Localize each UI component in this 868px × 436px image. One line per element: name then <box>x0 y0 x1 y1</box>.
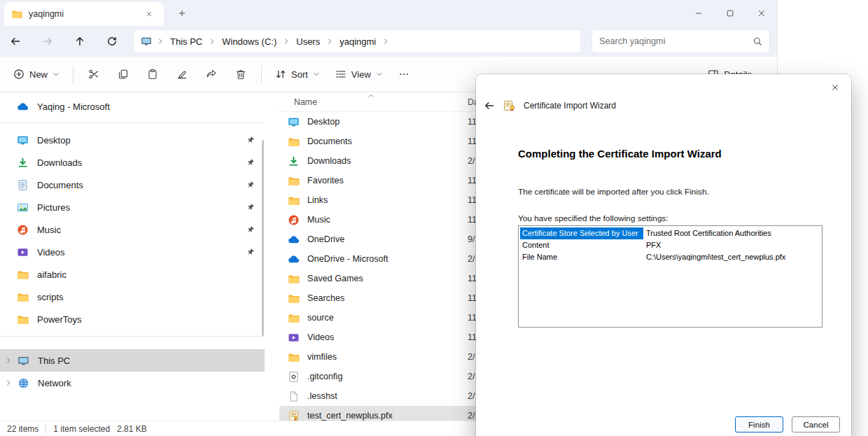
close-window-button[interactable] <box>746 0 777 26</box>
folder-icon <box>17 269 29 281</box>
settings-key: File Name <box>520 251 643 263</box>
folder-icon <box>11 8 22 20</box>
pictures-icon <box>17 202 29 213</box>
pin-icon <box>246 225 255 234</box>
sidebar-item-this-pc[interactable]: This PC <box>0 349 265 372</box>
forward-icon <box>42 36 53 47</box>
refresh-nav-button[interactable] <box>99 29 125 53</box>
maximize-window-button[interactable] <box>714 0 746 26</box>
sidebar-item-desktop[interactable]: Desktop <box>0 129 265 151</box>
folder-icon <box>288 136 300 148</box>
up-icon <box>74 36 85 47</box>
see-more-button[interactable] <box>391 62 417 86</box>
forward-nav-button[interactable] <box>35 29 60 53</box>
delete-button[interactable] <box>226 62 255 86</box>
sidebar-scrollbar[interactable] <box>262 140 264 336</box>
more-icon <box>398 69 410 80</box>
sidebar-item-videos[interactable]: Videos <box>0 241 265 263</box>
music-icon <box>288 214 300 226</box>
sidebar-item-onedrive[interactable]: Yaqing - Microsoft <box>0 96 265 117</box>
back-nav-button[interactable] <box>3 29 28 53</box>
settings-row[interactable]: File NameC:\Users\yaqingmi\test_cert_new… <box>520 251 820 263</box>
this-pc-icon <box>141 36 152 47</box>
folder-icon <box>288 175 300 187</box>
sidebar-item-downloads[interactable]: Downloads <box>0 151 265 174</box>
folder-icon <box>288 312 300 324</box>
settings-key: Certificate Store Selected by User <box>520 227 643 239</box>
cancel-button[interactable]: Cancel <box>792 416 840 433</box>
up-nav-button[interactable] <box>67 29 92 53</box>
cut-button[interactable] <box>79 62 108 86</box>
videos-icon <box>17 246 29 258</box>
minimize-icon <box>694 8 704 18</box>
sidebar-item-scripts[interactable]: scripts <box>0 286 265 308</box>
breadcrumb-item-this-pc[interactable]: This PC <box>169 35 204 48</box>
folder-icon <box>288 195 300 206</box>
breadcrumb-item-users[interactable]: Users <box>295 35 321 48</box>
tab-bar: yaqingmi <box>0 0 777 26</box>
search-input[interactable] <box>599 36 752 46</box>
sort-icon <box>275 69 286 80</box>
sidebar-item-music[interactable]: Music <box>0 218 265 241</box>
settings-row[interactable]: ContentPFX <box>520 239 820 251</box>
chevron-right-icon[interactable] <box>5 357 12 364</box>
settings-list[interactable]: Certificate Store Selected by UserTruste… <box>518 225 822 328</box>
folder-icon <box>288 273 300 285</box>
selection-count: 1 item selected <box>53 424 110 434</box>
folder-icon <box>17 314 29 325</box>
chevron-right-icon[interactable] <box>5 379 12 386</box>
rename-button[interactable] <box>167 62 197 86</box>
folder-icon <box>288 293 300 304</box>
sort-ascending-icon <box>368 92 374 99</box>
settings-intro: You have specified the following setting… <box>518 213 668 223</box>
plus-icon <box>178 9 186 17</box>
sidebar-item-documents[interactable]: Documents <box>0 174 265 196</box>
new-tab-button[interactable] <box>174 6 190 21</box>
breadcrumb[interactable]: This PCWindows (C:)Usersyaqingmi <box>133 29 581 53</box>
dialog-close-icon[interactable] <box>825 78 846 97</box>
download-icon <box>288 155 300 167</box>
certificate-import-wizard-dialog: Certificate Import Wizard Completing the… <box>476 74 851 436</box>
cloud-icon <box>288 253 300 265</box>
minimize-window-button[interactable] <box>682 0 714 26</box>
view-button[interactable]: View <box>328 62 391 86</box>
settings-value: PFX <box>643 239 664 251</box>
finish-button[interactable]: Finish <box>735 416 783 433</box>
wizard-body-text: The certificate will be imported after y… <box>518 187 709 197</box>
view-icon <box>335 69 346 80</box>
status-divider <box>46 425 46 433</box>
back-icon <box>10 36 21 47</box>
copy-button[interactable] <box>108 62 138 86</box>
search-box[interactable] <box>592 29 770 53</box>
nav-buttons <box>3 29 125 53</box>
chevron-right-icon <box>157 38 164 45</box>
explorer-tab[interactable]: yaqingmi <box>4 2 164 26</box>
dialog-buttons: Finish Cancel <box>735 416 840 433</box>
sidebar-item-network[interactable]: Network <box>0 372 265 394</box>
delete-icon <box>235 69 246 80</box>
folder-icon <box>288 351 300 363</box>
tab-close-icon[interactable] <box>141 6 157 22</box>
sort-button[interactable]: Sort <box>267 62 328 86</box>
new-button[interactable]: New <box>6 62 67 86</box>
column-header-name[interactable]: Name <box>294 97 317 107</box>
sort-label: Sort <box>291 69 308 80</box>
share-button[interactable] <box>197 62 226 86</box>
pin-icon <box>246 203 255 211</box>
settings-row[interactable]: Certificate Store Selected by UserTruste… <box>520 227 820 239</box>
toolbar-divider <box>261 66 262 83</box>
share-icon <box>206 69 217 80</box>
new-icon <box>13 69 24 80</box>
back-arrow-icon[interactable] <box>483 99 496 112</box>
dialog-header: Certificate Import Wizard <box>483 97 820 115</box>
breadcrumb-item-yaqingmi[interactable]: yaqingmi <box>338 35 377 48</box>
certificate-wizard-icon <box>503 99 516 112</box>
sidebar-item-pictures[interactable]: Pictures <box>0 196 265 218</box>
breadcrumb-item-windows-c[interactable]: Windows (C:) <box>220 35 278 48</box>
paste-button[interactable] <box>138 62 167 86</box>
sidebar-item-aifabric[interactable]: aifabric <box>0 263 265 286</box>
onedrive-cloud-icon <box>17 101 29 113</box>
sidebar-item-powertoys[interactable]: PowerToys <box>0 308 265 330</box>
tab-title: yaqingmi <box>29 9 64 19</box>
settings-key: Content <box>520 239 643 251</box>
